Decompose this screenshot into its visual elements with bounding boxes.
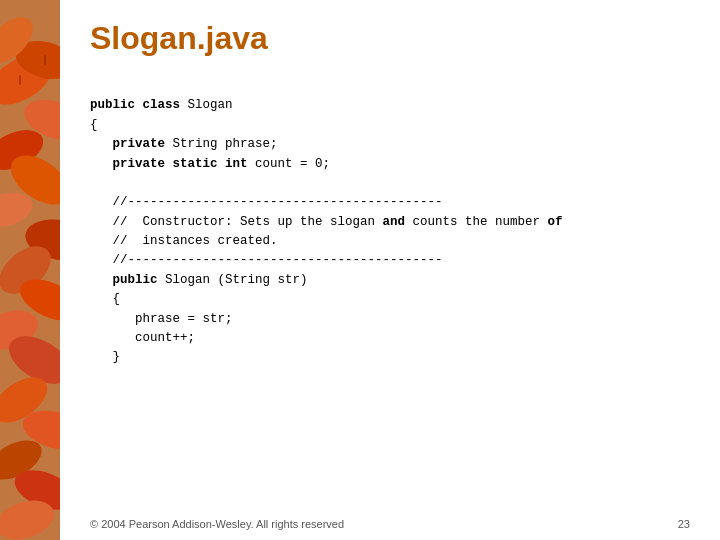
page-number: 23 bbox=[678, 518, 690, 530]
code-block: public class Slogan { private String phr… bbox=[90, 77, 690, 387]
main-content: Slogan.java public class Slogan { privat… bbox=[60, 0, 720, 540]
code-line-1: public class Slogan bbox=[90, 98, 233, 112]
code-line-11: { bbox=[90, 292, 120, 306]
code-line-9: //--------------------------------------… bbox=[90, 253, 443, 267]
code-line-8: // instances created. bbox=[90, 234, 278, 248]
code-line-3: private String phrase; bbox=[90, 137, 278, 151]
code-line-12: phrase = str; bbox=[90, 312, 233, 326]
code-line-10: public Slogan (String str) bbox=[90, 273, 308, 287]
slide-title: Slogan.java bbox=[90, 20, 690, 57]
copyright-text: © 2004 Pearson Addison-Wesley. All right… bbox=[90, 518, 344, 530]
code-line-14: } bbox=[90, 350, 120, 364]
code-line-2: { bbox=[90, 118, 98, 132]
code-line-5 bbox=[90, 176, 98, 190]
footer: © 2004 Pearson Addison-Wesley. All right… bbox=[60, 518, 720, 530]
code-line-13: count++; bbox=[90, 331, 195, 345]
code-line-6: //--------------------------------------… bbox=[90, 195, 443, 209]
code-line-7: // Constructor: Sets up the slogan and c… bbox=[90, 215, 563, 229]
code-line-4: private static int count = 0; bbox=[90, 157, 330, 171]
